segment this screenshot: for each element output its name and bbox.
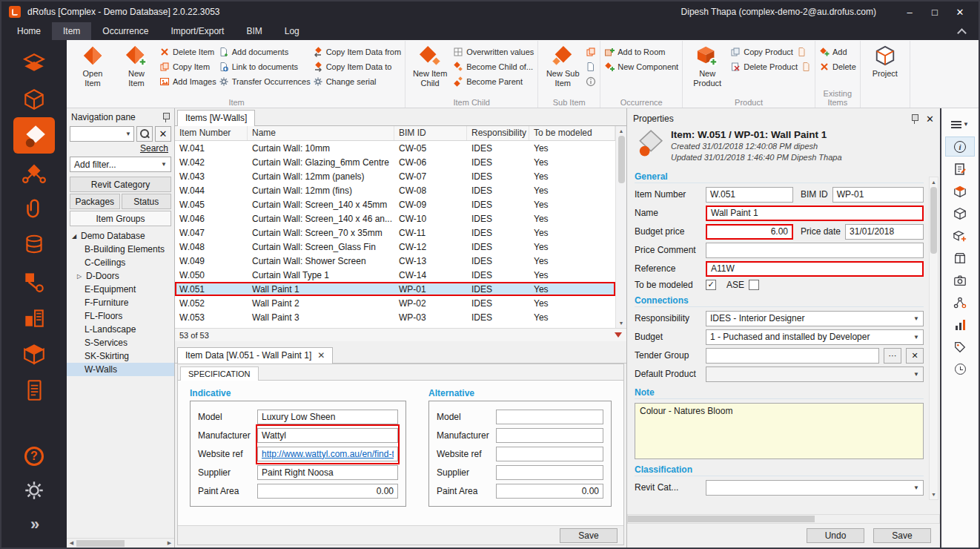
occurrences-tab-button[interactable] bbox=[945, 203, 975, 223]
pin-icon[interactable] bbox=[910, 114, 918, 124]
sub-item-copy-button[interactable] bbox=[586, 47, 596, 57]
item-data-save-button[interactable]: Save bbox=[560, 528, 618, 543]
properties-save-button[interactable]: Save bbox=[873, 528, 931, 543]
become-parent-button[interactable]: Become Parent bbox=[453, 76, 534, 87]
components-tab-button[interactable] bbox=[945, 226, 975, 246]
existing-delete-button[interactable]: Delete bbox=[819, 62, 856, 72]
table-row[interactable]: W.052Wall Paint 2WP-02IDESYes bbox=[175, 296, 615, 310]
close-button[interactable]: ✕ bbox=[949, 4, 971, 20]
tab-log[interactable]: Log bbox=[274, 22, 311, 40]
column-responsibility[interactable]: Responsibility bbox=[467, 126, 529, 140]
transfer-occurrences-button[interactable]: Transfer Occurrences bbox=[219, 76, 311, 87]
delete-item-button[interactable]: Delete Item bbox=[159, 47, 216, 57]
scroll-down-icon[interactable]: ▼ bbox=[619, 318, 624, 328]
close-icon[interactable]: ✕ bbox=[926, 114, 934, 124]
new-item-child-button[interactable]: New ItemChild bbox=[409, 42, 451, 88]
undo-button[interactable]: Undo bbox=[807, 528, 864, 543]
tree-node[interactable]: ▷D-Doors bbox=[67, 269, 174, 283]
add-filter-dropdown[interactable]: Add filter...▼ bbox=[70, 157, 171, 172]
column-item-number[interactable]: Item Number bbox=[175, 126, 248, 140]
revit-category-dropdown[interactable]: ▼ bbox=[706, 480, 924, 496]
column-name[interactable]: Name bbox=[248, 126, 394, 140]
to-be-modeled-checkbox[interactable]: ✓ bbox=[706, 280, 716, 290]
item-groups-button[interactable]: Item Groups bbox=[70, 211, 171, 226]
copy-item-data-from-button[interactable]: Copy Item Data from bbox=[313, 47, 401, 57]
chevron-down-icon[interactable]: ▼ bbox=[125, 131, 131, 137]
info-tab-button[interactable]: i bbox=[945, 137, 975, 157]
table-row[interactable]: W.049Curtain Wall: Shower ScreenCW-13IDE… bbox=[175, 254, 615, 268]
copy-product-button[interactable]: Copy Product bbox=[730, 47, 811, 57]
module-systems-icon[interactable] bbox=[13, 154, 55, 190]
minimize-button[interactable]: – bbox=[898, 4, 921, 20]
revit-category-button[interactable]: Revit Category bbox=[70, 177, 171, 192]
module-documents-icon[interactable] bbox=[13, 190, 55, 226]
reference-input[interactable]: A11W bbox=[706, 261, 924, 277]
copy-item-data-to-button[interactable]: Copy Item Data to bbox=[313, 62, 401, 72]
existing-add-button[interactable]: Add bbox=[819, 47, 856, 57]
indicative-model-input[interactable]: Luxury Low Sheen bbox=[257, 410, 398, 424]
price-date-input[interactable]: 31/01/2018 bbox=[845, 224, 924, 240]
maximize-button[interactable]: □ bbox=[924, 4, 946, 20]
scrollbar-thumb[interactable] bbox=[628, 516, 815, 522]
images-tab-button[interactable] bbox=[945, 270, 975, 290]
horizontal-scrollbar[interactable]: ◀ ▶ bbox=[67, 538, 174, 548]
table-row[interactable]: W.050Curtain Wall Type 1CW-14IDESYes bbox=[175, 268, 615, 282]
open-item-button[interactable]: OpenItem bbox=[72, 42, 113, 88]
table-row[interactable]: W.041Curtain Wall: 10mmCW-05IDESYes bbox=[175, 141, 615, 155]
expand-rail-button[interactable]: » bbox=[13, 507, 55, 542]
project-button[interactable]: Project bbox=[864, 42, 906, 79]
tab-item-data[interactable]: Item Data [W.051 - Wall Paint 1] ✕ bbox=[177, 347, 333, 364]
tree-node[interactable]: C-Ceilings bbox=[67, 256, 174, 269]
alternative-paint-area-input[interactable]: 0.00 bbox=[496, 484, 603, 499]
module-items-icon[interactable] bbox=[13, 117, 55, 154]
responsibility-dropdown[interactable]: IDES - Interior Designer▼ bbox=[706, 311, 924, 326]
status-button[interactable]: Status bbox=[122, 194, 172, 209]
table-row-selected[interactable]: W.051Wall Paint 1WP-01IDESYes bbox=[175, 282, 615, 296]
tree-node[interactable]: E-Equipment bbox=[67, 283, 174, 296]
tab-bim[interactable]: BIM bbox=[235, 22, 273, 40]
log-tab-button[interactable] bbox=[945, 359, 975, 379]
table-row[interactable]: W.044Curtain Wall: 12mm (fins)CW-08IDESY… bbox=[175, 183, 615, 197]
become-child-of-button[interactable]: Become Child of... bbox=[453, 62, 534, 72]
scroll-down-icon[interactable]: ▼ bbox=[931, 490, 936, 499]
scroll-right-icon[interactable]: ▶ bbox=[165, 540, 174, 546]
systems-tab-button[interactable] bbox=[945, 292, 975, 312]
search-link[interactable]: Search bbox=[67, 142, 174, 156]
products-tab-button[interactable] bbox=[945, 181, 975, 201]
properties-vertical-scrollbar[interactable]: ▲ ▼ bbox=[929, 177, 938, 500]
new-sub-item-button[interactable]: New SubItem bbox=[542, 42, 583, 88]
scroll-left-icon[interactable]: ◀ bbox=[67, 540, 76, 546]
scrollbar-thumb[interactable] bbox=[930, 187, 937, 254]
sub-item-info-button[interactable] bbox=[586, 76, 596, 87]
expander-collapsed-icon[interactable]: ▷ bbox=[76, 273, 83, 280]
add-to-room-button[interactable]: Add to Room bbox=[604, 47, 678, 57]
search-button[interactable] bbox=[136, 126, 153, 142]
module-finance-icon[interactable] bbox=[13, 226, 55, 263]
settings-button[interactable] bbox=[13, 473, 55, 507]
note-textarea[interactable]: Colour - Natures Bloom bbox=[635, 403, 924, 459]
indicative-paint-area-input[interactable]: 0.00 bbox=[257, 484, 398, 499]
add-documents-button[interactable]: Add documents bbox=[219, 47, 311, 57]
filter-icon[interactable] bbox=[615, 332, 622, 338]
tab-items-w-walls[interactable]: Items [W-Walls] bbox=[177, 110, 255, 126]
tree-node[interactable]: F-Furniture bbox=[67, 296, 174, 309]
table-row[interactable]: W.046Curtain Wall: Screen_140 x 46 an...… bbox=[175, 211, 615, 226]
scrollbar-thumb[interactable] bbox=[76, 540, 125, 547]
reports-tab-button[interactable] bbox=[945, 315, 975, 335]
tab-occurrence[interactable]: Occurrence bbox=[91, 22, 159, 40]
name-input[interactable]: Wall Paint 1 bbox=[706, 206, 924, 221]
tree-node[interactable]: SK-Skirting bbox=[67, 349, 174, 363]
tender-group-browse-button[interactable]: ⋯ bbox=[884, 348, 901, 364]
item-number-input[interactable]: W.051 bbox=[706, 187, 793, 203]
website-link[interactable]: http://www.wattyl.com.au/en/find-t bbox=[262, 449, 394, 459]
tender-group-clear-button[interactable]: ✕ bbox=[906, 348, 924, 364]
tab-import-export[interactable]: Import/Export bbox=[159, 22, 235, 40]
link-to-documents-button[interactable]: Link to documents bbox=[219, 62, 311, 72]
tree-node[interactable]: S-Services bbox=[67, 336, 174, 349]
table-row[interactable]: W.053Wall Paint 3WP-03IDESYes bbox=[175, 310, 615, 324]
add-images-button[interactable]: Add Images bbox=[159, 76, 216, 87]
alternative-manufacturer-input[interactable] bbox=[496, 428, 603, 443]
clear-search-button[interactable]: ✕ bbox=[155, 126, 171, 142]
indicative-manufacturer-input[interactable]: Wattyl bbox=[257, 428, 398, 443]
pin-icon[interactable] bbox=[162, 112, 170, 122]
